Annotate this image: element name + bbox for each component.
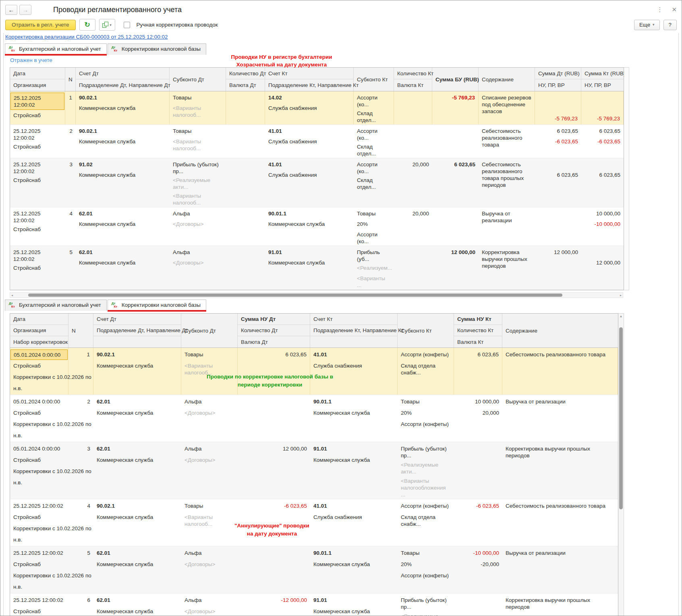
back-button[interactable]: ← <box>5 5 17 15</box>
table-cell-acct_dt: 91.02Коммерческая служба <box>76 158 170 207</box>
forward-button[interactable]: → <box>19 5 31 15</box>
table-cell-sum_dt: -5 769,23 <box>535 91 581 124</box>
table-cell-qty_dt <box>226 207 265 246</box>
column-header: Счет Кт <box>310 314 397 325</box>
column-header: Подразделение Кт, Направление Кт <box>310 325 397 336</box>
vertical-scrollbar[interactable] <box>624 67 629 290</box>
reflected-status-link[interactable]: Отражен в учете <box>10 57 52 63</box>
post-documents-button[interactable]: ▾ <box>99 19 115 31</box>
tab-tax-base-adjustments[interactable]: ДтКт Корректировки налоговой базы <box>108 300 206 311</box>
table-cell-sub_dt: Альфа<Договоры> <box>181 593 238 616</box>
table-cell-sub_dt: Прибыль (убыток) пр...<Реализуемые акти.… <box>170 158 226 207</box>
column-header <box>93 336 181 347</box>
table-cell-sub_dt: Альфа<Договоры> <box>170 246 226 289</box>
table-cell-date: 25.12.2025 12:00:02СтройснабКорректировк… <box>10 499 68 546</box>
table-row[interactable]: 25.12.2025 12:00:02Стройснаб290.02.1Комм… <box>10 125 624 158</box>
dropdown-caret-icon: ▾ <box>653 23 655 27</box>
table-cell-sub_kt: Товары20%Ассорти (конфеты) <box>398 395 454 442</box>
column-header: Подразделение Кт, Направление Кт <box>265 79 353 91</box>
toolbar: Отразить в регл. учете ↻ ▾ Ручная коррек… <box>0 16 682 33</box>
table-cell-sum_nu_kt: -10 000,00-20,000 <box>454 546 502 593</box>
column-header: Валюта Дт <box>226 79 265 91</box>
table-row[interactable]: 05.01.2024 0:00:00СтройснабКорректировки… <box>10 348 618 395</box>
table-cell-qty_kt <box>394 91 432 124</box>
forward-arrow-icon: → <box>23 6 29 13</box>
table-row[interactable]: 25.12.2025 12:00:02Стройснаб462.01Коммер… <box>10 207 624 246</box>
title-bar: ← → Проводки регламентированного учета ⋮… <box>0 0 682 16</box>
back-arrow-icon: ← <box>8 6 15 13</box>
table-cell-acct_kt: 90.01.1Коммерческая служба <box>310 546 398 593</box>
manual-adjustment-checkbox[interactable] <box>124 22 130 28</box>
table-cell-content: Себестоимость реализованного товара <box>502 499 618 546</box>
more-button[interactable]: Еще▾ <box>634 20 660 30</box>
column-header: Организация <box>10 325 68 336</box>
column-header: Содержание <box>479 68 535 91</box>
refresh-button[interactable]: ↻ <box>79 19 95 31</box>
table-row[interactable]: 25.12.2025 12:00:02Стройснаб190.02.1Комм… <box>10 91 624 125</box>
table-row[interactable]: 25.12.2025 12:00:02СтройснабКорректировк… <box>10 499 618 546</box>
selected-cell[interactable]: 25.12.2025 12:00:02 <box>10 93 64 110</box>
table-cell-sub_dt: Товары<Варианты налогооб... <box>170 91 226 124</box>
help-button[interactable]: ? <box>663 20 677 30</box>
refresh-icon: ↻ <box>84 21 90 28</box>
column-header: Дата <box>10 68 65 79</box>
manual-adjustment-label[interactable]: Ручная корректировка проводок <box>137 22 218 28</box>
column-header: N <box>65 68 75 91</box>
table-cell-sub_kt: Ассорти (ко...Склад отдел... <box>354 158 394 207</box>
table-cell-date: 25.12.2025 12:00:02СтройснабКорректировк… <box>10 593 68 616</box>
table-row[interactable]: 25.12.2025 12:00:02Стройснаб391.02Коммер… <box>10 158 624 207</box>
table-cell-sub_dt: Альфа<Договоры> <box>170 207 226 246</box>
table-row[interactable]: 05.01.2024 0:00:00СтройснабКорректировки… <box>10 442 618 499</box>
table-row[interactable]: 05.01.2024 0:00:00СтройснабКорректировки… <box>10 395 618 442</box>
column-header: Сумма НУ Дт <box>238 314 310 325</box>
dtkt-icon: ДтКт <box>112 302 119 308</box>
tab-label: Бухгалтерский и налоговый учет <box>19 302 101 308</box>
column-header: Сумма НУ Кт <box>454 314 502 325</box>
document-link[interactable]: Корректировка реализации СБ00-000003 от … <box>5 34 168 40</box>
table-cell-qty_dt <box>226 158 265 207</box>
tab-accounting-and-tax[interactable]: ДтКт Бухгалтерский и налоговый учет <box>5 43 107 55</box>
reflect-in-accounting-button[interactable]: Отразить в регл. учете <box>5 20 76 30</box>
table-cell-sub_dt: Альфа<Договоры> <box>181 395 238 442</box>
tab-tax-base-adjustments[interactable]: ДтКт Корректировки налоговой базы <box>108 43 206 55</box>
scrollbar-thumb[interactable] <box>619 327 623 509</box>
table-row[interactable]: 25.12.2025 12:00:02СтройснабКорректировк… <box>10 593 618 616</box>
table-cell-sum_nu_dt <box>238 395 310 442</box>
postings-table-tax-base: ДатаОрганизацияНабор корректировокNСчет … <box>10 313 618 616</box>
selected-cell[interactable]: 05.01.2024 0:00:00 <box>10 349 68 360</box>
menu-dots-icon[interactable]: ⋮ <box>657 6 663 13</box>
table-cell-acct_kt: 41.01Служба снабжения <box>265 125 354 158</box>
horizontal-scrollbar[interactable]: ◂ ▸ <box>10 292 623 298</box>
tab-accounting-and-tax[interactable]: ДтКт Бухгалтерский и налоговый учет <box>5 300 107 311</box>
scrollbar-thumb[interactable] <box>28 294 562 297</box>
table-cell-sum_bu: -5 769,23 <box>432 91 479 124</box>
table-row[interactable]: 25.12.2025 12:00:02Стройснаб562.01Коммер… <box>10 246 624 290</box>
table-cell-content: Себестоимость реализованного товара прош… <box>479 158 535 207</box>
table-cell-date: 25.12.2025 12:00:02СтройснабКорректировк… <box>10 546 68 593</box>
table-cell-date: 05.01.2024 0:00:00СтройснабКорректировки… <box>10 348 68 395</box>
column-header: N <box>68 314 93 347</box>
red-highlight-box: 25.12.2025 12:00:02Стройснаб290.02.1Комм… <box>10 125 624 158</box>
column-header: Сумма Дт (RUB) <box>535 68 581 79</box>
postings-table-accounting: ДатаОрганизацияNСчет ДтПодразделение Дт,… <box>10 67 624 290</box>
column-header: Сумма Кт (RUB) <box>581 68 624 79</box>
table-cell-acct_dt: 62.01Коммерческая служба <box>76 207 170 246</box>
column-header: Счет Дт <box>93 314 181 325</box>
documents-icon <box>102 22 108 28</box>
table-row[interactable]: 25.12.2025 12:00:02СтройснабКорректировк… <box>10 546 618 593</box>
scroll-right-icon[interactable]: ▸ <box>620 293 622 298</box>
table-cell-sub_kt: Товары20%Ассорти (ко... <box>354 207 394 246</box>
column-header: Субконто Дт <box>181 314 237 347</box>
table-cell-acct_kt: 90.01.1Коммерческая служба <box>265 207 354 246</box>
close-icon[interactable]: ✕ <box>672 6 677 13</box>
table-cell-content: Себестоимость реализованного товара <box>502 348 618 395</box>
page-title: Проводки регламентированного учета <box>53 6 182 14</box>
table-cell-acct_dt: 90.02.1Коммерческая служба <box>76 91 170 124</box>
scroll-left-icon[interactable]: ◂ <box>11 293 13 298</box>
dropdown-caret-icon: ▾ <box>110 23 112 27</box>
table-cell-acct_dt: 62.01Коммерческая служба <box>93 546 181 593</box>
vertical-scrollbar[interactable]: ▲ ▼ <box>618 313 624 616</box>
scroll-up-icon[interactable]: ▲ <box>618 314 624 318</box>
table-cell-content: Себестоимость реализованного товара <box>479 125 535 158</box>
table-cell-sum_nu_kt <box>454 442 502 499</box>
